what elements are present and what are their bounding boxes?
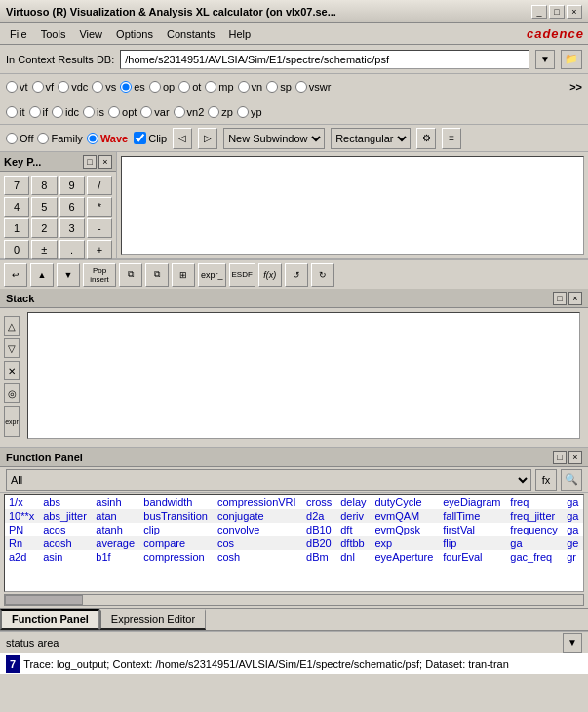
list-item[interactable]: compressionVRI: [214, 495, 302, 509]
list-item[interactable]: ge: [563, 536, 583, 550]
radio-mp[interactable]: mp: [205, 81, 233, 93]
radio-it[interactable]: it: [6, 106, 25, 118]
results-db-folder[interactable]: 📁: [561, 50, 582, 69]
menu-view[interactable]: View: [73, 27, 108, 41]
list-item[interactable]: frequency: [506, 523, 563, 536]
list-item[interactable]: fallTime: [439, 509, 506, 523]
key-0[interactable]: 0: [4, 240, 29, 259]
list-item[interactable]: compression: [139, 550, 214, 564]
stack-btn-circle[interactable]: ◎: [4, 383, 20, 403]
expr-calc-btn[interactable]: expr_: [198, 263, 226, 287]
list-item[interactable]: conjugate: [214, 509, 302, 523]
expr-up-btn[interactable]: ▲: [30, 263, 54, 287]
list-item[interactable]: dB10: [302, 523, 336, 536]
expr-back-btn[interactable]: ↩: [4, 263, 27, 287]
list-item[interactable]: deriv: [336, 509, 371, 523]
key-div[interactable]: /: [87, 176, 112, 195]
list-item[interactable]: fourEval: [439, 550, 506, 564]
list-item[interactable]: acosh: [39, 536, 92, 550]
results-db-path[interactable]: [120, 50, 529, 69]
list-item[interactable]: PN: [5, 523, 39, 536]
list-item[interactable]: freq_jitter: [506, 509, 563, 523]
list-item[interactable]: atan: [92, 509, 139, 523]
list-item[interactable]: cosh: [214, 550, 302, 564]
radio-wave[interactable]: Wave: [87, 133, 128, 144]
list-item[interactable]: average: [92, 536, 139, 550]
list-item[interactable]: evmQAM: [371, 509, 439, 523]
key-9[interactable]: 9: [59, 176, 85, 195]
stack-btn-down[interactable]: ▽: [4, 338, 20, 358]
key-add[interactable]: +: [87, 240, 112, 259]
radio-opt[interactable]: opt: [108, 106, 137, 118]
radio-zp[interactable]: zp: [208, 106, 233, 118]
list-item[interactable]: abs: [39, 495, 92, 509]
key-4[interactable]: 4: [4, 197, 29, 217]
radio-op[interactable]: op: [149, 81, 175, 93]
list-item[interactable]: dutyCycle: [371, 495, 439, 509]
clip-checkbox[interactable]: [134, 132, 146, 144]
func-fx-btn[interactable]: fx: [535, 469, 557, 491]
list-item[interactable]: dft: [336, 523, 371, 536]
list-item[interactable]: dnl: [336, 550, 371, 564]
tab-function-panel[interactable]: Function Panel: [0, 609, 99, 630]
key-sub[interactable]: -: [87, 218, 112, 238]
menu-help[interactable]: Help: [223, 27, 257, 41]
expr-paste-btn[interactable]: ⧉: [145, 263, 169, 287]
func-table-container[interactable]: 1/xabsasinhbandwidthcompressionVRIcrossd…: [4, 494, 584, 592]
stack-btn-delete[interactable]: ✕: [4, 361, 20, 380]
more-button[interactable]: >>: [569, 81, 582, 93]
plot-type-select[interactable]: Rectangular: [331, 128, 411, 149]
list-item[interactable]: ga: [563, 509, 583, 523]
list-item[interactable]: busTransition: [139, 509, 214, 523]
radio-ot[interactable]: ot: [178, 81, 201, 93]
list-item[interactable]: Rn: [5, 536, 39, 550]
key-pm[interactable]: ±: [31, 240, 57, 259]
list-item[interactable]: freq: [506, 495, 563, 509]
list-item[interactable]: ga: [563, 495, 583, 509]
list-item[interactable]: ga: [563, 523, 583, 536]
list-item[interactable]: dB20: [302, 536, 336, 550]
list-item[interactable]: 10**x: [5, 509, 39, 523]
list-item[interactable]: 1/x: [5, 495, 39, 509]
func-category-select[interactable]: All: [6, 469, 531, 491]
list-item[interactable]: compare: [139, 536, 214, 550]
settings-btn[interactable]: ⚙: [416, 128, 436, 149]
list-item[interactable]: dftbb: [336, 536, 371, 550]
list-item[interactable]: firstVal: [439, 523, 506, 536]
list-item[interactable]: cos: [214, 536, 302, 550]
menu-file[interactable]: File: [4, 27, 33, 41]
list-item[interactable]: clip: [139, 523, 214, 536]
radio-vn2[interactable]: vn2: [174, 106, 205, 118]
list-item[interactable]: delay: [336, 495, 371, 509]
status-dropdown-btn[interactable]: ▼: [563, 633, 582, 653]
list-item[interactable]: a2d: [5, 550, 39, 564]
list-item[interactable]: exp: [371, 536, 439, 550]
maximize-button[interactable]: □: [549, 5, 565, 19]
list-item[interactable]: atanh: [92, 523, 139, 536]
expr-undo-btn[interactable]: ↺: [285, 263, 308, 287]
arrow-right-btn[interactable]: ▷: [198, 128, 217, 149]
menu-constants[interactable]: Constants: [161, 27, 221, 41]
list-item[interactable]: abs_jitter: [39, 509, 92, 523]
subwindow-select[interactable]: New Subwindow: [223, 128, 325, 149]
key-3[interactable]: 3: [59, 218, 85, 238]
func-panel-resize-btn[interactable]: □: [553, 451, 567, 464]
list-item[interactable]: gac_freq: [506, 550, 563, 564]
radio-sp[interactable]: sp: [266, 81, 292, 93]
list-item[interactable]: eyeAperture: [371, 550, 439, 564]
list-item[interactable]: d2a: [302, 509, 336, 523]
key-7[interactable]: 7: [4, 176, 29, 195]
func-scrollbar[interactable]: [4, 594, 584, 606]
list-item[interactable]: b1f: [92, 550, 139, 564]
list-item[interactable]: acos: [39, 523, 92, 536]
radio-vdc[interactable]: vdc: [58, 81, 88, 93]
pop-insert-btn[interactable]: Popinsert: [83, 263, 116, 287]
expr-copy-btn[interactable]: ⧉: [119, 263, 142, 287]
table-btn[interactable]: ≡: [442, 128, 461, 149]
list-item[interactable]: convolve: [214, 523, 302, 536]
list-item[interactable]: cross: [302, 495, 336, 509]
func-search-btn[interactable]: 🔍: [561, 469, 582, 491]
key-panel-resize-btn[interactable]: □: [83, 155, 97, 169]
key-1[interactable]: 1: [4, 218, 29, 238]
key-dot[interactable]: .: [59, 240, 85, 259]
